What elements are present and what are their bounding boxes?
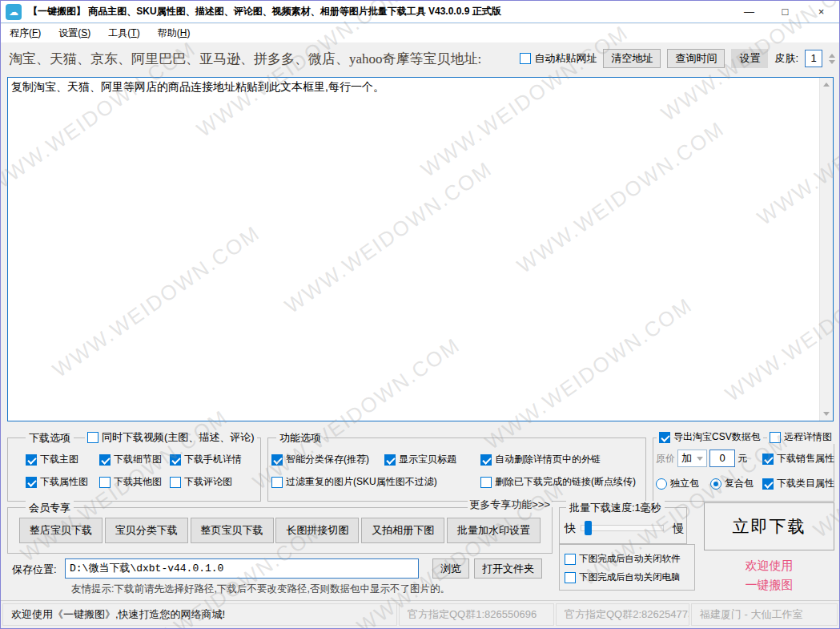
checkbox-auto-remove-external-links[interactable]: 自动删除详情页中的外链 xyxy=(480,453,601,466)
radio-independent-pack[interactable]: 独立包 xyxy=(656,477,699,490)
pack-type-row: 独立包 复合包 xyxy=(656,477,754,490)
menu-settings[interactable]: 设置(S) xyxy=(50,26,99,40)
checkbox-label: 下载销售属性 xyxy=(777,452,834,466)
status-welcome-text: 欢迎使用《一键搬图》,快速打造您的网络商城! xyxy=(2,603,397,626)
checkbox-remove-finished-links[interactable]: 删除已下载完成的链接(断点续传) xyxy=(480,475,636,489)
download-now-button[interactable]: 立即下载 xyxy=(704,502,834,550)
download-options-group: 下载选项 同时下载视频(主图、描述、评论) 下载主图 下载细节图 下载手机详情 … xyxy=(7,437,261,502)
checkbox-box-icon xyxy=(480,454,492,466)
radio-icon xyxy=(710,478,721,490)
open-folder-button[interactable]: 打开文件夹 xyxy=(474,558,542,579)
checkbox-box-icon xyxy=(99,454,111,466)
checkbox-label: 过滤重复的图片(SKU属性图不过滤) xyxy=(286,475,437,489)
function-options-row: 过滤重复的图片(SKU属性图不过滤) 删除已下载完成的链接(断点续传) xyxy=(271,475,636,489)
menu-help[interactable]: 帮助(H) xyxy=(149,26,199,40)
minimize-icon[interactable]: — xyxy=(731,1,767,22)
triangle-down-icon xyxy=(823,412,830,416)
member-exclusive-group: 会员专享 更多专享功能>>> 整店宝贝下载 宝贝分类下载 整页宝贝下载 长图拼接… xyxy=(7,507,553,554)
checkbox-label: 智能分类保存(推荐) xyxy=(286,453,369,466)
address-row-actions: 自动粘贴网址 清空地址 查询时间 设置 皮肤: 1 xyxy=(520,42,835,75)
download-options-row: 下载属性图 下载其他图 下载评论图 xyxy=(26,475,232,489)
status-studio-text: 福建厦门 - 大仙工作室 xyxy=(691,603,838,626)
welcome-note-line1: 欢迎使用 xyxy=(704,558,834,574)
checkbox-remote-detail-image[interactable]: 远程详情图 xyxy=(767,430,834,444)
price-adjust-row: 原价 加 0 元 xyxy=(656,450,747,467)
batch-watermark-settings-button[interactable]: 批量加水印设置 xyxy=(447,518,541,543)
maximize-icon[interactable]: □ xyxy=(767,1,803,22)
checkbox-download-detail-image[interactable]: 下载细节图 xyxy=(99,453,170,466)
price-value-input[interactable]: 0 xyxy=(709,450,735,467)
save-path-input[interactable]: D:\微当下载\dxbt-v44.0.1.0 xyxy=(65,558,419,579)
spinner-up-icon[interactable] xyxy=(829,54,835,58)
address-row: 淘宝、天猫、京东、阿里巴巴、亚马逊、拼多多、微店、yahoo奇摩等宝贝地址: 自… xyxy=(1,42,839,75)
scroll-down-icon[interactable] xyxy=(820,407,833,421)
long-image-split-button[interactable]: 长图拼接切图 xyxy=(275,518,359,543)
url-textarea[interactable]: 复制淘宝、天猫、阿里等网店的商品连接地址粘贴到此文本框里,每行一个。 xyxy=(7,77,834,421)
checkbox-download-category-attributes[interactable]: 下载类目属性 xyxy=(762,477,834,490)
scrollbar[interactable] xyxy=(819,78,833,421)
close-icon[interactable]: × xyxy=(803,1,839,22)
radio-composite-pack[interactable]: 复合包 xyxy=(710,477,754,490)
checkbox-shutdown-computer-after-download[interactable]: 下图完成后自动关闭电脑 xyxy=(565,571,681,583)
checkbox-smart-classify-save[interactable]: 智能分类保存(推荐) xyxy=(271,453,384,466)
checkbox-box-icon xyxy=(770,432,781,443)
whole-page-download-button[interactable]: 整页宝贝下载 xyxy=(191,518,274,543)
checkbox-label: 同时下载视频(主图、描述、评论) xyxy=(102,430,255,445)
checkbox-label: 删除已下载完成的链接(断点续传) xyxy=(495,475,636,489)
checkbox-label: 下载手机详情 xyxy=(184,453,242,466)
app-window: WWW.WEIDOWN.COM WWW.WEIDOWN.COM WWW.WEID… xyxy=(0,0,840,629)
settings-button[interactable]: 设置 xyxy=(731,49,768,68)
checkbox-box-icon xyxy=(99,477,111,488)
checkbox-box-icon xyxy=(26,477,37,488)
browse-button[interactable]: 浏览 xyxy=(432,558,469,579)
download-speed-group: 批量下载速度:1毫秒 快 慢 xyxy=(559,507,687,544)
whole-store-download-button[interactable]: 整店宝贝下载 xyxy=(19,518,102,543)
radio-label: 独立包 xyxy=(670,477,699,490)
skin-number-input[interactable]: 1 xyxy=(805,50,822,67)
checkbox-auto-paste-url[interactable]: 自动粘贴网址 xyxy=(520,51,597,66)
query-time-button[interactable]: 查询时间 xyxy=(667,49,725,68)
checkbox-download-review-image[interactable]: 下载评论图 xyxy=(170,475,232,489)
menu-program[interactable]: 程序(F) xyxy=(1,26,50,40)
window-controls: — □ × xyxy=(731,1,839,22)
speed-fast-label: 快 xyxy=(565,522,576,536)
checkbox-close-software-after-download[interactable]: 下图完成后自动关闭软件 xyxy=(565,553,681,565)
checkbox-download-videos[interactable]: 同时下载视频(主图、描述、评论) xyxy=(85,430,257,445)
checkbox-label: 下载细节图 xyxy=(114,453,162,466)
price-operator-select[interactable]: 加 xyxy=(677,450,707,467)
scroll-up-icon[interactable] xyxy=(820,78,833,91)
item-category-download-button[interactable]: 宝贝分类下载 xyxy=(105,518,188,543)
friendly-tip-text: 友情提示:下载前请先选择好路径,下载后不要改变路径,否则数据包中显示不了图片的。 xyxy=(71,583,450,596)
checkbox-download-mobile-detail[interactable]: 下载手机详情 xyxy=(170,453,242,466)
status-bar: 欢迎使用《一键搬图》,快速打造您的网络商城! 官方指定QQ群1:82655069… xyxy=(1,600,839,628)
clear-addresses-button[interactable]: 清空地址 xyxy=(603,49,661,68)
menu-tools[interactable]: 工具(T) xyxy=(99,26,148,40)
speed-slider-track[interactable] xyxy=(581,525,664,531)
checkbox-box-icon xyxy=(170,454,181,466)
checkbox-box-icon xyxy=(271,477,283,488)
menu-label-part: 帮助( xyxy=(158,27,180,38)
more-features-link[interactable]: 更多专享功能>>> xyxy=(468,498,552,512)
status-qq-group1: 官方指定QQ群1:826550696 xyxy=(399,603,554,626)
upyun-album-download-button[interactable]: 又拍相册下图 xyxy=(361,518,444,543)
checkbox-download-main-image[interactable]: 下载主图 xyxy=(26,453,99,466)
auto-close-group: 下图完成后自动关闭软件 下图完成后自动关闭电脑 xyxy=(559,544,695,591)
member-buttons-row: 整店宝贝下载 宝贝分类下载 整页宝贝下载 长图拼接切图 又拍相册下图 批量加水印… xyxy=(19,518,541,543)
speed-slider-thumb[interactable] xyxy=(585,521,592,535)
checkbox-label: 导出淘宝CSV数据包 xyxy=(673,430,761,444)
checkbox-label: 下载主图 xyxy=(40,453,78,466)
download-speed-legend: 批量下载速度:1毫秒 xyxy=(566,501,665,515)
checkbox-download-sales-attributes[interactable]: 下载销售属性 xyxy=(762,452,834,466)
skin-spinner xyxy=(829,54,835,64)
checkbox-download-attribute-image[interactable]: 下载属性图 xyxy=(26,475,99,489)
checkbox-label: 下载类目属性 xyxy=(777,477,834,490)
checkbox-export-taobao-csv[interactable]: 导出淘宝CSV数据包 xyxy=(657,430,763,444)
checkbox-show-item-title[interactable]: 显示宝贝标题 xyxy=(384,453,480,466)
checkbox-filter-duplicate-images[interactable]: 过滤重复的图片(SKU属性图不过滤) xyxy=(271,475,480,489)
checkbox-download-other-image[interactable]: 下载其他图 xyxy=(99,475,170,489)
spinner-down-icon[interactable] xyxy=(829,60,835,64)
download-options-row: 下载主图 下载细节图 下载手机详情 xyxy=(26,453,242,466)
window-title: 【一键搬图】 商品主图、SKU属性图、描述图、评论图、视频素材、相册等图片批量下… xyxy=(28,5,501,18)
url-textarea-instruction: 复制淘宝、天猫、阿里等网店的商品连接地址粘贴到此文本框里,每行一个。 xyxy=(11,80,384,95)
checkbox-box-icon xyxy=(565,572,576,583)
